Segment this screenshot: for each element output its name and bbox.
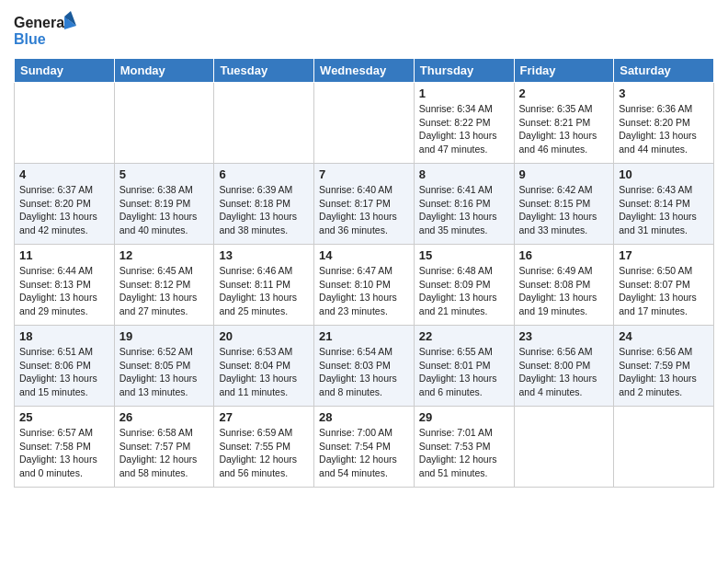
day-info: Sunrise: 6:40 AM Sunset: 8:17 PM Dayligh… bbox=[319, 183, 409, 237]
day-info: Sunrise: 6:35 AM Sunset: 8:21 PM Dayligh… bbox=[519, 102, 609, 156]
calendar-cell: 7Sunrise: 6:40 AM Sunset: 8:17 PM Daylig… bbox=[314, 164, 415, 245]
calendar-table: SundayMondayTuesdayWednesdayThursdayFrid… bbox=[14, 58, 714, 488]
day-number: 17 bbox=[619, 248, 709, 262]
day-info: Sunrise: 6:54 AM Sunset: 8:03 PM Dayligh… bbox=[319, 345, 409, 399]
day-number: 28 bbox=[319, 410, 409, 424]
day-number: 8 bbox=[419, 167, 509, 181]
calendar-cell: 24Sunrise: 6:56 AM Sunset: 7:59 PM Dayli… bbox=[614, 326, 714, 407]
day-info: Sunrise: 7:01 AM Sunset: 7:53 PM Dayligh… bbox=[419, 426, 509, 480]
calendar-week-5: 25Sunrise: 6:57 AM Sunset: 7:58 PM Dayli… bbox=[15, 407, 714, 488]
calendar-cell: 28Sunrise: 7:00 AM Sunset: 7:54 PM Dayli… bbox=[314, 407, 415, 488]
calendar-week-3: 11Sunrise: 6:44 AM Sunset: 8:13 PM Dayli… bbox=[15, 245, 714, 326]
calendar-cell: 2Sunrise: 6:35 AM Sunset: 8:21 PM Daylig… bbox=[514, 83, 614, 164]
day-number: 15 bbox=[419, 248, 509, 262]
day-number: 3 bbox=[619, 86, 709, 100]
calendar-cell bbox=[614, 407, 714, 488]
day-info: Sunrise: 6:56 AM Sunset: 8:00 PM Dayligh… bbox=[519, 345, 609, 399]
calendar-cell: 8Sunrise: 6:41 AM Sunset: 8:16 PM Daylig… bbox=[414, 164, 514, 245]
calendar-cell: 17Sunrise: 6:50 AM Sunset: 8:07 PM Dayli… bbox=[614, 245, 714, 326]
day-info: Sunrise: 6:34 AM Sunset: 8:22 PM Dayligh… bbox=[419, 102, 509, 156]
calendar-cell: 26Sunrise: 6:58 AM Sunset: 7:57 PM Dayli… bbox=[114, 407, 214, 488]
day-number: 14 bbox=[319, 248, 409, 262]
day-number: 5 bbox=[119, 167, 210, 181]
day-info: Sunrise: 6:46 AM Sunset: 8:11 PM Dayligh… bbox=[219, 264, 309, 318]
day-info: Sunrise: 6:56 AM Sunset: 7:59 PM Dayligh… bbox=[619, 345, 709, 399]
day-number: 20 bbox=[219, 329, 309, 343]
calendar-cell bbox=[15, 83, 115, 164]
day-info: Sunrise: 6:51 AM Sunset: 8:06 PM Dayligh… bbox=[19, 345, 109, 399]
calendar-cell: 20Sunrise: 6:53 AM Sunset: 8:04 PM Dayli… bbox=[214, 326, 314, 407]
calendar-cell: 1Sunrise: 6:34 AM Sunset: 8:22 PM Daylig… bbox=[414, 83, 514, 164]
calendar-cell: 29Sunrise: 7:01 AM Sunset: 7:53 PM Dayli… bbox=[414, 407, 514, 488]
day-number: 9 bbox=[519, 167, 609, 181]
calendar-cell: 10Sunrise: 6:43 AM Sunset: 8:14 PM Dayli… bbox=[614, 164, 714, 245]
calendar-cell bbox=[114, 83, 214, 164]
calendar-cell: 27Sunrise: 6:59 AM Sunset: 7:55 PM Dayli… bbox=[214, 407, 314, 488]
weekday-header-saturday: Saturday bbox=[614, 59, 714, 83]
weekday-header-friday: Friday bbox=[514, 59, 614, 83]
day-info: Sunrise: 6:45 AM Sunset: 8:12 PM Dayligh… bbox=[119, 264, 210, 318]
calendar-cell: 25Sunrise: 6:57 AM Sunset: 7:58 PM Dayli… bbox=[15, 407, 115, 488]
day-info: Sunrise: 6:36 AM Sunset: 8:20 PM Dayligh… bbox=[619, 102, 709, 156]
day-info: Sunrise: 7:00 AM Sunset: 7:54 PM Dayligh… bbox=[319, 426, 409, 480]
calendar-cell: 19Sunrise: 6:52 AM Sunset: 8:05 PM Dayli… bbox=[114, 326, 214, 407]
day-number: 27 bbox=[219, 410, 309, 424]
day-number: 25 bbox=[19, 410, 109, 424]
day-info: Sunrise: 6:59 AM Sunset: 7:55 PM Dayligh… bbox=[219, 426, 309, 480]
calendar-cell: 12Sunrise: 6:45 AM Sunset: 8:12 PM Dayli… bbox=[114, 245, 214, 326]
day-number: 16 bbox=[519, 248, 609, 262]
day-number: 29 bbox=[419, 410, 509, 424]
day-number: 21 bbox=[319, 329, 409, 343]
calendar-cell: 9Sunrise: 6:42 AM Sunset: 8:15 PM Daylig… bbox=[514, 164, 614, 245]
calendar-cell: 15Sunrise: 6:48 AM Sunset: 8:09 PM Dayli… bbox=[414, 245, 514, 326]
weekday-header-thursday: Thursday bbox=[414, 59, 514, 83]
page-header: GeneralBlue bbox=[14, 9, 714, 51]
calendar-cell bbox=[214, 83, 314, 164]
day-info: Sunrise: 6:38 AM Sunset: 8:19 PM Dayligh… bbox=[119, 183, 210, 237]
day-number: 2 bbox=[519, 86, 609, 100]
calendar-cell bbox=[514, 407, 614, 488]
day-info: Sunrise: 6:37 AM Sunset: 8:20 PM Dayligh… bbox=[19, 183, 109, 237]
day-number: 7 bbox=[319, 167, 409, 181]
day-number: 1 bbox=[419, 86, 509, 100]
calendar-cell: 6Sunrise: 6:39 AM Sunset: 8:18 PM Daylig… bbox=[214, 164, 314, 245]
calendar-week-2: 4Sunrise: 6:37 AM Sunset: 8:20 PM Daylig… bbox=[15, 164, 714, 245]
calendar-cell: 14Sunrise: 6:47 AM Sunset: 8:10 PM Dayli… bbox=[314, 245, 415, 326]
day-info: Sunrise: 6:39 AM Sunset: 8:18 PM Dayligh… bbox=[219, 183, 309, 237]
calendar-cell: 16Sunrise: 6:49 AM Sunset: 8:08 PM Dayli… bbox=[514, 245, 614, 326]
day-number: 24 bbox=[619, 329, 709, 343]
day-number: 19 bbox=[119, 329, 210, 343]
weekday-header-tuesday: Tuesday bbox=[214, 59, 314, 83]
day-info: Sunrise: 6:48 AM Sunset: 8:09 PM Dayligh… bbox=[419, 264, 509, 318]
weekday-header-wednesday: Wednesday bbox=[314, 59, 415, 83]
calendar-cell: 4Sunrise: 6:37 AM Sunset: 8:20 PM Daylig… bbox=[15, 164, 115, 245]
weekday-header-sunday: Sunday bbox=[15, 59, 115, 83]
calendar-cell: 21Sunrise: 6:54 AM Sunset: 8:03 PM Dayli… bbox=[314, 326, 415, 407]
day-number: 13 bbox=[219, 248, 309, 262]
calendar-cell: 23Sunrise: 6:56 AM Sunset: 8:00 PM Dayli… bbox=[514, 326, 614, 407]
calendar-cell: 5Sunrise: 6:38 AM Sunset: 8:19 PM Daylig… bbox=[114, 164, 214, 245]
day-info: Sunrise: 6:49 AM Sunset: 8:08 PM Dayligh… bbox=[519, 264, 609, 318]
day-number: 18 bbox=[19, 329, 109, 343]
day-info: Sunrise: 6:44 AM Sunset: 8:13 PM Dayligh… bbox=[19, 264, 109, 318]
day-info: Sunrise: 6:50 AM Sunset: 8:07 PM Dayligh… bbox=[619, 264, 709, 318]
logo: GeneralBlue bbox=[14, 9, 78, 51]
day-info: Sunrise: 6:47 AM Sunset: 8:10 PM Dayligh… bbox=[319, 264, 409, 318]
day-info: Sunrise: 6:43 AM Sunset: 8:14 PM Dayligh… bbox=[619, 183, 709, 237]
day-number: 12 bbox=[119, 248, 210, 262]
day-number: 26 bbox=[119, 410, 210, 424]
day-info: Sunrise: 6:57 AM Sunset: 7:58 PM Dayligh… bbox=[19, 426, 109, 480]
calendar-cell: 3Sunrise: 6:36 AM Sunset: 8:20 PM Daylig… bbox=[614, 83, 714, 164]
svg-text:General: General bbox=[14, 15, 69, 30]
day-info: Sunrise: 6:42 AM Sunset: 8:15 PM Dayligh… bbox=[519, 183, 609, 237]
day-info: Sunrise: 6:41 AM Sunset: 8:16 PM Dayligh… bbox=[419, 183, 509, 237]
logo-svg: GeneralBlue bbox=[14, 9, 78, 51]
calendar-cell bbox=[314, 83, 415, 164]
day-number: 22 bbox=[419, 329, 509, 343]
day-info: Sunrise: 6:52 AM Sunset: 8:05 PM Dayligh… bbox=[119, 345, 210, 399]
calendar-cell: 13Sunrise: 6:46 AM Sunset: 8:11 PM Dayli… bbox=[214, 245, 314, 326]
day-info: Sunrise: 6:58 AM Sunset: 7:57 PM Dayligh… bbox=[119, 426, 210, 480]
calendar-week-1: 1Sunrise: 6:34 AM Sunset: 8:22 PM Daylig… bbox=[15, 83, 714, 164]
day-number: 10 bbox=[619, 167, 709, 181]
day-number: 6 bbox=[219, 167, 309, 181]
